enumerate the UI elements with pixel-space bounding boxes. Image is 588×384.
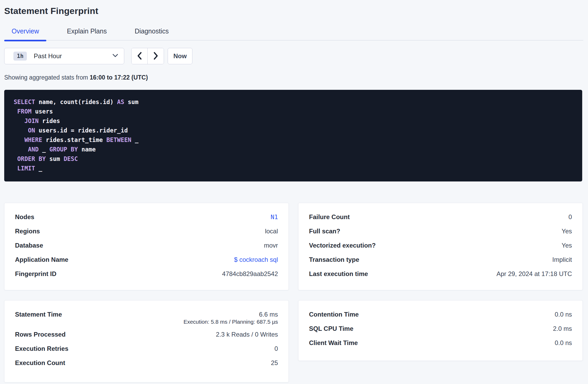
time-range-badge: 1h [13, 52, 27, 61]
stat-label: Transaction type [309, 256, 359, 263]
time-range-label: Past Hour [34, 52, 112, 60]
stat-label: Execution Count [15, 359, 65, 367]
sql-line: AND _ GROUP BY name [14, 145, 573, 154]
stat-value: 4784cb829aab2542 [222, 270, 278, 278]
overview-card-left: NodesN1RegionslocalDatabasemovrApplicati… [4, 203, 289, 290]
stat-row: NodesN1 [15, 210, 278, 224]
stat-label: Client Wait Time [309, 339, 358, 347]
tab-diagnostics[interactable]: Diagnostics [127, 23, 176, 41]
stat-row: Client Wait Time0.0 ns [309, 336, 572, 350]
stat-label: Failure Count [309, 213, 350, 221]
stat-row: Transaction typeImplicit [309, 253, 572, 267]
stat-row: Regionslocal [15, 224, 278, 238]
sql-line: ON users.id = rides.rider_id [14, 126, 573, 135]
stat-label: Application Name [15, 256, 68, 263]
stat-label: Last execution time [309, 270, 368, 278]
stat-row: Contention Time0.0 ns [309, 307, 572, 322]
next-time-button[interactable] [148, 48, 164, 64]
stats-range: 16:00 to 17:22 (UTC) [90, 74, 148, 81]
chevron-right-icon [153, 52, 158, 61]
stat-label: Contention Time [309, 311, 359, 318]
stat-value: 6.6 ms [259, 311, 278, 318]
stat-label: Rows Processed [15, 331, 66, 338]
prev-time-button[interactable] [132, 48, 148, 64]
stat-label: Fingerprint ID [15, 270, 56, 278]
stat-row: Vectorized execution?Yes [309, 238, 572, 253]
sql-line: JOIN rides [14, 116, 573, 126]
stat-value: 0 [275, 345, 278, 352]
stat-value: 2.0 ms [553, 325, 572, 332]
stat-value: local [265, 228, 278, 235]
stat-value: 25 [271, 359, 278, 367]
sql-statement-box: SELECT name, count(rides.id) AS sum FROM… [4, 90, 582, 181]
stat-row: Failure Count0 [309, 210, 572, 224]
stat-row: Last execution timeApr 29, 2024 at 17:18… [309, 267, 572, 281]
stat-value-link[interactable]: $ cockroach sql [234, 256, 278, 263]
stat-value: Yes [562, 242, 572, 249]
stats-prefix: Showing aggregated stats from [4, 74, 90, 81]
stat-value: Apr 29, 2024 at 17:18 UTC [496, 270, 572, 278]
stat-row: Execution Count25 [15, 356, 278, 370]
sql-line: FROM users [14, 107, 573, 116]
stat-value: Implicit [552, 256, 572, 263]
stat-row: Databasemovr [15, 238, 278, 253]
stat-row: SQL CPU Time2.0 ms [309, 322, 572, 336]
overview-card-right: Failure Count0Full scan?YesVectorized ex… [298, 203, 583, 290]
stat-value: 0 [569, 213, 572, 221]
sql-line: ORDER BY sum DESC [14, 154, 573, 164]
page-title: Statement Fingerprint [4, 6, 98, 16]
sql-line: LIMIT _ [14, 164, 573, 173]
stat-value: movr [264, 242, 278, 249]
stat-subvalue: Execution: 5.8 ms / Planning: 687.5 µs [15, 318, 278, 327]
stat-value: 2.3 k Reads / 0 Writes [216, 331, 278, 338]
sql-line: WHERE rides.start_time BETWEEN _ [14, 135, 573, 145]
tab-bar: OverviewExplain PlansDiagnostics [4, 23, 583, 41]
stat-label: SQL CPU Time [309, 325, 353, 332]
stat-value: 0.0 ns [555, 339, 572, 347]
chevron-left-icon [137, 52, 142, 61]
timing-card-right: Contention Time0.0 nsSQL CPU Time2.0 msC… [298, 300, 583, 361]
stat-row: Rows Processed2.3 k Reads / 0 Writes [15, 327, 278, 342]
time-range-selector[interactable]: 1h Past Hour [4, 48, 124, 64]
chevron-down-icon [112, 54, 118, 58]
stat-label: Full scan? [309, 228, 340, 235]
timing-card-left: Statement Time6.6 msExecution: 5.8 ms / … [4, 300, 289, 382]
time-controls: 1h Past Hour Now [4, 48, 192, 64]
aggregated-stats-text: Showing aggregated stats from 16:00 to 1… [4, 74, 148, 81]
stat-value: Yes [562, 228, 572, 235]
stat-label: Nodes [15, 213, 34, 221]
now-button[interactable]: Now [168, 48, 192, 64]
stat-label: Regions [15, 228, 40, 235]
stat-row: Fingerprint ID4784cb829aab2542 [15, 267, 278, 281]
time-step-buttons [131, 48, 164, 64]
stat-value: 0.0 ns [555, 311, 572, 318]
stat-label: Database [15, 242, 43, 249]
sql-line: SELECT name, count(rides.id) AS sum [14, 97, 573, 107]
stat-label: Execution Retries [15, 345, 68, 352]
stat-label: Vectorized execution? [309, 242, 376, 249]
stat-row: Application Name$ cockroach sql [15, 253, 278, 267]
tab-explain-plans[interactable]: Explain Plans [59, 23, 114, 41]
tab-overview[interactable]: Overview [4, 23, 46, 41]
stat-row: Execution Retries0 [15, 342, 278, 356]
stat-value-link[interactable]: N1 [271, 214, 278, 220]
stat-row: Full scan?Yes [309, 224, 572, 238]
stat-label: Statement Time [15, 311, 62, 318]
sql-code: SELECT name, count(rides.id) AS sum FROM… [14, 97, 573, 173]
